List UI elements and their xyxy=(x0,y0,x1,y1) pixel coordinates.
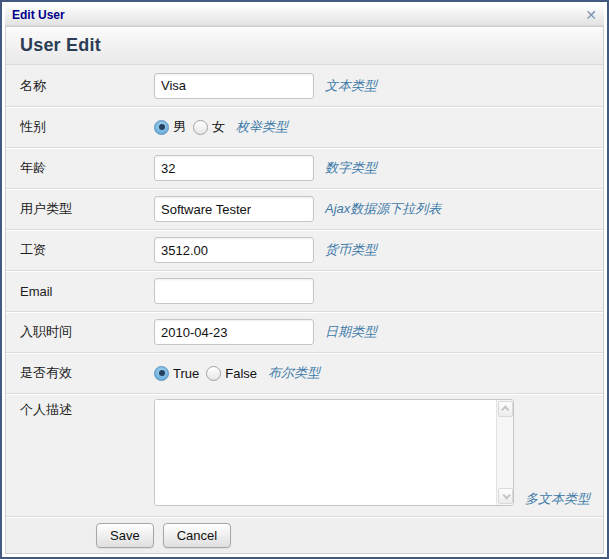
gender-radio-group: 男 女 xyxy=(154,118,232,136)
form-row-valid: 是否有效 True False 布尔类型 xyxy=(6,352,603,393)
field-hint: 枚举类型 xyxy=(236,118,288,136)
field-hint: 多文本类型 xyxy=(525,490,590,508)
field-label: 年龄 xyxy=(20,159,154,177)
field-hint: 日期类型 xyxy=(325,323,377,341)
radio-true[interactable] xyxy=(154,366,169,381)
radio-male-label[interactable]: 男 xyxy=(173,118,186,136)
cancel-button[interactable]: Cancel xyxy=(163,523,231,548)
dialog-body: User Edit 名称 文本类型 性别 男 女 枚举类型 xyxy=(5,26,604,554)
chevron-down-icon xyxy=(502,491,510,499)
field-label: Email xyxy=(20,284,154,299)
dialog-title: Edit User xyxy=(12,8,65,22)
user-type-field[interactable] xyxy=(154,196,314,222)
field-label: 工资 xyxy=(20,241,154,259)
field-label: 个人描述 xyxy=(20,399,154,419)
edit-user-dialog: Edit User ✕ User Edit 名称 文本类型 性别 男 女 xyxy=(0,0,609,559)
field-hint: 文本类型 xyxy=(325,77,377,95)
save-button[interactable]: Save xyxy=(96,523,154,548)
radio-true-label[interactable]: True xyxy=(173,366,199,381)
radio-female-label[interactable]: 女 xyxy=(212,118,225,136)
description-textarea-wrap xyxy=(154,399,514,506)
field-hint: Ajax数据源下拉列表 xyxy=(325,200,441,218)
form-row-salary: 工资 货币类型 xyxy=(6,229,603,270)
radio-false-label[interactable]: False xyxy=(225,366,257,381)
close-icon[interactable]: ✕ xyxy=(585,8,597,22)
age-field[interactable] xyxy=(154,155,314,181)
page-title: User Edit xyxy=(20,35,101,56)
field-hint: 布尔类型 xyxy=(268,364,320,382)
radio-false[interactable] xyxy=(206,366,221,381)
field-label: 名称 xyxy=(20,77,154,95)
textarea-scrollbar[interactable] xyxy=(496,400,513,505)
dialog-titlebar[interactable]: Edit User ✕ xyxy=(5,5,604,26)
form-row-hire-date: 入职时间 日期类型 xyxy=(6,311,603,352)
valid-radio-group: True False xyxy=(154,366,264,381)
form-row-email: Email xyxy=(6,270,603,311)
form-rows: 名称 文本类型 性别 男 女 枚举类型 年龄 数字类型 xyxy=(6,65,603,516)
form-header: User Edit xyxy=(6,27,603,65)
field-label: 是否有效 xyxy=(20,364,154,382)
form-row-user-type: 用户类型 Ajax数据源下拉列表 xyxy=(6,188,603,229)
dialog-footer: Save Cancel xyxy=(6,516,603,553)
radio-dot xyxy=(159,370,165,376)
field-hint: 货币类型 xyxy=(325,241,377,259)
chevron-up-icon xyxy=(501,405,509,413)
radio-dot xyxy=(159,124,165,130)
field-label: 入职时间 xyxy=(20,323,154,341)
field-label: 用户类型 xyxy=(20,200,154,218)
form-row-name: 名称 文本类型 xyxy=(6,65,603,106)
form-row-description: 个人描述 多文本类型 xyxy=(6,393,603,516)
email-field[interactable] xyxy=(154,278,314,304)
form-row-gender: 性别 男 女 枚举类型 xyxy=(6,106,603,147)
hire-date-field[interactable] xyxy=(154,319,314,345)
radio-female[interactable] xyxy=(193,120,208,135)
name-field[interactable] xyxy=(154,73,314,99)
field-hint: 数字类型 xyxy=(325,159,377,177)
scroll-up-icon[interactable] xyxy=(498,401,513,417)
scroll-down-icon[interactable] xyxy=(498,488,513,504)
salary-field[interactable] xyxy=(154,237,314,263)
description-textarea[interactable] xyxy=(155,400,496,505)
radio-male[interactable] xyxy=(154,120,169,135)
form-row-age: 年龄 数字类型 xyxy=(6,147,603,188)
field-label: 性别 xyxy=(20,118,154,136)
